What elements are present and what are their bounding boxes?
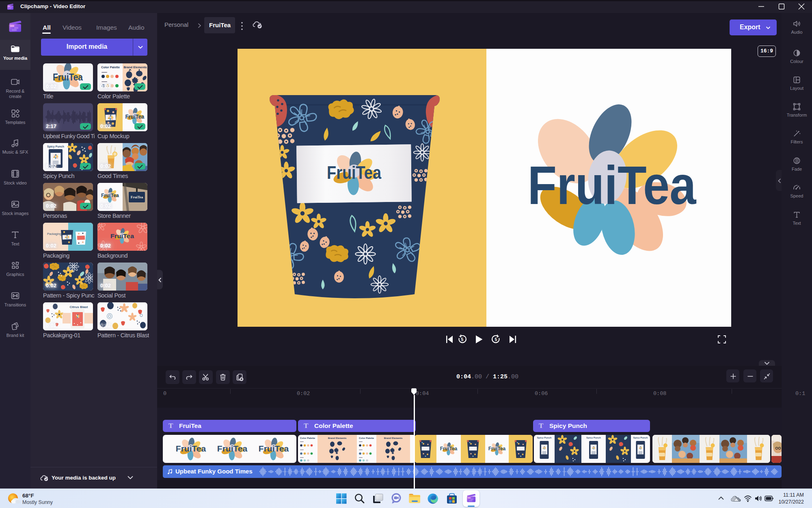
svg-text:Brand Elements: Brand Elements [328, 437, 347, 439]
svg-text:FruiTea: FruiTea [101, 192, 119, 198]
svg-text:Spicy Punch: Spicy Punch [537, 436, 551, 439]
svg-text:FruiTea: FruiTea [125, 113, 145, 120]
svg-text:Citrus Blast: Citrus Blast [70, 305, 88, 309]
svg-text:Brand Elements: Brand Elements [123, 65, 147, 69]
svg-text:FruiTea: FruiTea [176, 444, 206, 453]
svg-text:Color Palette: Color Palette [359, 437, 374, 439]
svg-text:FruiTea: FruiTea [488, 446, 506, 452]
svg-text:FruiTea: FruiTea [53, 72, 83, 82]
svg-text:FruiTea: FruiTea [217, 444, 248, 453]
svg-text:FruiTea: FruiTea [110, 233, 134, 239]
svg-text:Color Palette: Color Palette [300, 437, 315, 439]
svg-text:5: 5 [461, 337, 464, 342]
svg-text:Brand Elements: Brand Elements [384, 437, 403, 439]
svg-text:Color Palette: Color Palette [101, 65, 120, 69]
svg-text:Packaging: Packaging [47, 232, 61, 236]
svg-text:FruiTea: FruiTea [440, 446, 458, 452]
svg-text:5: 5 [495, 337, 497, 342]
svg-text:FruiTea: FruiTea [259, 444, 289, 453]
svg-text:FruiTea: FruiTea [131, 195, 143, 199]
svg-text:FruiTea: FruiTea [528, 155, 697, 215]
svg-text:Spicy Punch: Spicy Punch [586, 436, 601, 439]
svg-text:Spicy Punch: Spicy Punch [47, 145, 64, 148]
svg-text:Spicy Punch: Spicy Punch [633, 436, 648, 439]
svg-text:FruiTea: FruiTea [327, 163, 381, 182]
